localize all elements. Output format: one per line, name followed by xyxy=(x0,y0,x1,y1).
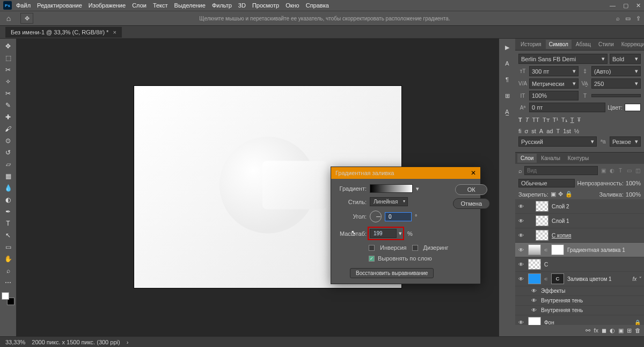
hand-tool[interactable]: ✋ xyxy=(2,254,14,264)
gradient-tool[interactable]: ▦ xyxy=(2,171,14,182)
visibility-icon[interactable]: 👁 xyxy=(531,307,538,313)
tab-paths[interactable]: Контуры xyxy=(565,154,592,163)
menu-3d[interactable]: 3D xyxy=(238,2,246,9)
new-layer-icon[interactable]: ⊞ xyxy=(627,327,632,334)
language-select[interactable]: Русский▾ xyxy=(518,136,597,147)
tab-character[interactable]: Символ xyxy=(546,40,572,49)
lock-pixels-icon[interactable]: ▣ xyxy=(551,191,556,198)
lock-icon[interactable]: 🔒 xyxy=(634,320,641,326)
path-tool[interactable]: ↖ xyxy=(2,230,14,241)
visibility-icon[interactable]: 👁 xyxy=(531,298,538,303)
layer-thumb[interactable] xyxy=(528,273,541,284)
tab-styles[interactable]: Стили xyxy=(595,40,617,49)
menu-layers[interactable]: Слои xyxy=(132,2,147,9)
strike-btn[interactable]: Ŧ xyxy=(577,117,581,124)
angle-input[interactable]: 0 xyxy=(385,212,412,221)
small-caps-btn[interactable]: Tᴛ xyxy=(543,117,550,124)
lock-pos-icon[interactable]: ✥ xyxy=(558,191,563,198)
gradient-preview[interactable] xyxy=(370,184,413,193)
restore-align-button[interactable]: Восстановить выравнивание xyxy=(350,268,434,278)
char-icon[interactable]: A xyxy=(502,58,513,69)
vscale-field[interactable]: 100% xyxy=(529,91,579,100)
layer-thumb[interactable] xyxy=(536,230,548,241)
tab-history[interactable]: История xyxy=(517,40,545,49)
marquee-tool[interactable]: ⬚ xyxy=(2,53,14,63)
visibility-icon[interactable]: 👁 xyxy=(518,262,525,268)
fx-icon[interactable]: fx ˅ xyxy=(632,276,641,282)
shape-tool[interactable]: ▭ xyxy=(2,242,14,252)
layout-icon[interactable]: ▭ xyxy=(625,15,631,22)
mask-thumb[interactable] xyxy=(551,244,564,255)
tab-paragraph[interactable]: Абзац xyxy=(573,40,594,49)
mask-thumb[interactable]: C xyxy=(551,273,564,284)
type-tool[interactable]: T xyxy=(2,218,14,229)
menu-view[interactable]: Просмотр xyxy=(252,2,279,9)
tab-adjust[interactable]: Коррекция xyxy=(618,40,644,49)
underline-btn[interactable]: T xyxy=(570,117,574,124)
heal-tool[interactable]: ✚ xyxy=(2,112,14,122)
group-icon[interactable]: ▣ xyxy=(618,327,624,334)
caps-btn[interactable]: TT xyxy=(532,117,539,124)
tab-layers[interactable]: Слои xyxy=(517,154,537,163)
text-color-swatch[interactable] xyxy=(625,104,641,111)
visibility-icon[interactable]: 👁 xyxy=(531,288,538,294)
para-icon[interactable]: ¶ xyxy=(502,74,513,85)
dialog-close-icon[interactable]: ✕ xyxy=(471,169,476,177)
filter-shape-icon[interactable]: ▭ xyxy=(626,167,632,175)
edit-toolbar[interactable]: ⋯ xyxy=(2,277,14,288)
zoom-tool[interactable]: ⌕ xyxy=(2,265,14,276)
move-tool-icon[interactable]: ✥ xyxy=(20,13,33,24)
visibility-icon[interactable]: 👁 xyxy=(518,204,525,209)
pen-tool[interactable]: ✒ xyxy=(2,206,14,217)
layer-name[interactable]: С копия xyxy=(552,233,571,238)
visibility-icon[interactable]: 👁 xyxy=(518,218,525,224)
layer-row[interactable]: 👁С копия xyxy=(515,228,644,243)
tab-channels[interactable]: Каналы xyxy=(538,154,564,163)
document-tab[interactable]: Без имени-1 @ 33,3% (C, RGB/8#) * × xyxy=(5,27,122,38)
baseline-field[interactable]: 0 пт xyxy=(529,103,605,112)
sub-btn[interactable]: T₁ xyxy=(561,117,567,124)
font-size-field[interactable]: 300 пт▾ xyxy=(529,66,579,76)
trash-icon[interactable]: 🗑 xyxy=(635,327,641,334)
super-btn[interactable]: T¹ xyxy=(553,117,558,124)
eraser-tool[interactable]: ▱ xyxy=(2,159,14,170)
invert-checkbox[interactable] xyxy=(369,245,375,251)
doc-info[interactable]: 2000 пикс. x 1500 пикс. (300 ppi) xyxy=(32,339,120,345)
visibility-icon[interactable]: 👁 xyxy=(518,320,525,326)
menu-help[interactable]: Справка xyxy=(306,2,329,9)
wand-tool[interactable]: ✧ xyxy=(2,76,14,87)
layer-name[interactable]: С xyxy=(544,262,548,268)
lock-all-icon[interactable]: 🔒 xyxy=(565,191,573,198)
italic-btn[interactable]: T xyxy=(525,117,529,124)
opacity-value[interactable]: 100% xyxy=(626,180,641,186)
visibility-icon[interactable]: 👁 xyxy=(518,247,525,253)
layer-filter-input[interactable] xyxy=(524,166,598,175)
maximize-icon[interactable]: ▢ xyxy=(623,2,628,9)
layer-row[interactable]: 👁Фон🔒 xyxy=(515,315,644,325)
menu-file[interactable]: Файл xyxy=(16,2,31,9)
layer-thumb[interactable] xyxy=(528,317,541,325)
glyph-icon[interactable]: ⊞ xyxy=(502,90,513,101)
stamp-tool[interactable]: ⊙ xyxy=(2,135,14,146)
layer-thumb[interactable] xyxy=(528,259,541,270)
cancel-button[interactable]: Отмена xyxy=(453,198,490,209)
visibility-icon[interactable]: 👁 xyxy=(518,233,525,238)
tab-close-icon[interactable]: × xyxy=(113,29,116,35)
align-checkbox[interactable]: ✓ xyxy=(369,256,375,262)
info-arrow-icon[interactable]: › xyxy=(127,339,129,345)
mask-icon[interactable]: ◼ xyxy=(602,327,606,334)
hscale-field[interactable] xyxy=(591,94,641,97)
fill-value[interactable]: 100% xyxy=(626,191,641,198)
style-select[interactable]: Линейная xyxy=(370,197,408,206)
share-icon[interactable]: ⇪ xyxy=(636,15,641,22)
dialog-title-bar[interactable]: Градиентная заливка ✕ xyxy=(331,167,480,179)
antialias-select[interactable]: Резкое▾ xyxy=(610,136,641,147)
search-icon[interactable]: ⌕ xyxy=(616,15,620,22)
effect-item[interactable]: 👁Внутренняя тень xyxy=(515,296,644,306)
layer-thumb[interactable] xyxy=(528,244,541,255)
layer-fx-icon[interactable]: fx xyxy=(594,327,598,334)
move-tool[interactable]: ✥ xyxy=(2,41,14,52)
menu-edit[interactable]: Редактирование xyxy=(37,2,82,9)
scale-dropdown-icon[interactable]: ▾ xyxy=(399,230,402,237)
layer-name[interactable]: Градиентная заливка 1 xyxy=(567,247,625,253)
